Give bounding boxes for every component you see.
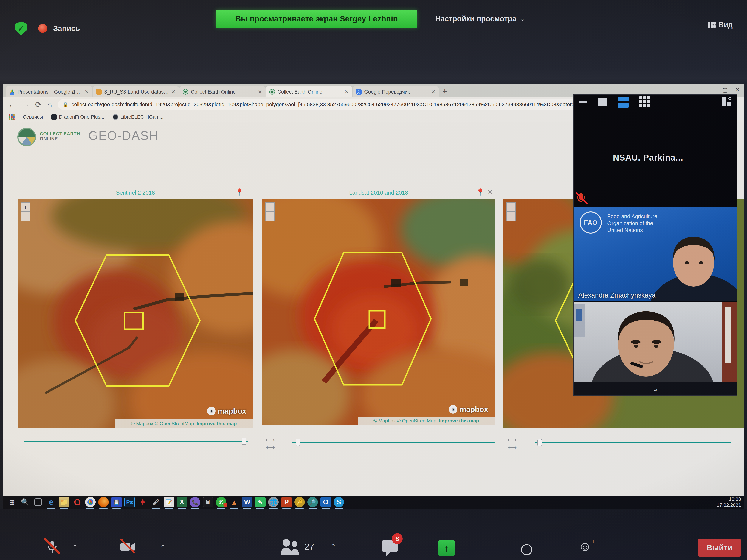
- calculator-icon[interactable]: 🖩: [203, 497, 213, 507]
- bookmark-dragonfi[interactable]: DragonFi One Plus...: [51, 114, 104, 120]
- tab-collect-earth-1[interactable]: Collect Earth Online ✕: [179, 86, 265, 98]
- collapse-panel-button[interactable]: ⌄: [574, 382, 737, 395]
- firefox-icon[interactable]: [98, 497, 109, 507]
- evernote-icon[interactable]: ✎: [255, 497, 265, 507]
- close-tab-icon[interactable]: ✕: [344, 89, 349, 95]
- chrome-icon[interactable]: [85, 497, 96, 507]
- edge-icon[interactable]: e: [46, 497, 56, 507]
- red-app-icon[interactable]: ✦: [137, 497, 148, 507]
- vlc-icon[interactable]: ▲: [229, 497, 239, 507]
- video-button[interactable]: [120, 540, 136, 554]
- security-shield-icon[interactable]: ✓: [15, 22, 27, 35]
- gallery-grid-icon[interactable]: [639, 96, 650, 107]
- resize-handle-icon[interactable]: ⟷⟷: [508, 436, 516, 451]
- search-icon[interactable]: 🔍: [20, 497, 30, 507]
- opera-icon[interactable]: O: [72, 497, 82, 507]
- close-tab-icon[interactable]: ✕: [85, 89, 89, 95]
- panel-close-icon[interactable]: ✕: [487, 188, 493, 196]
- map-zoom-in-button[interactable]: +: [21, 202, 30, 212]
- home-icon[interactable]: ⌂: [47, 100, 52, 109]
- close-tab-icon[interactable]: ✕: [258, 89, 262, 95]
- back-icon[interactable]: ←: [8, 100, 16, 109]
- leave-meeting-button[interactable]: Выйти: [697, 538, 741, 557]
- tab-label: Collect Earth Online: [191, 89, 256, 95]
- participant-video-2[interactable]: [574, 302, 737, 382]
- refresh-icon[interactable]: ⟳: [35, 100, 42, 109]
- save2pc-icon[interactable]: 💾: [111, 497, 122, 507]
- start-button[interactable]: ⊞: [7, 497, 17, 507]
- participant-video-fao[interactable]: FAO Food and Agriculture Organization of…: [574, 207, 737, 301]
- whatsapp-icon[interactable]: ✆: [216, 497, 226, 507]
- map-pin-icon[interactable]: 📍: [476, 188, 485, 196]
- map-sentinel-2018[interactable]: + − ◑ mapbox © Mapbox © OpenStreetMap Im…: [18, 199, 253, 428]
- new-tab-button[interactable]: +: [443, 87, 447, 96]
- globe-app-icon[interactable]: 🌐: [268, 497, 279, 507]
- tab-collect-earth-2-active[interactable]: Collect Earth Online ✕: [266, 86, 352, 98]
- opacity-slider-1[interactable]: [24, 441, 248, 442]
- slider-handle[interactable]: [295, 439, 300, 446]
- view-button[interactable]: Вид: [708, 21, 732, 29]
- powerpoint-icon[interactable]: P: [281, 497, 292, 507]
- map-zoom-out-button[interactable]: −: [265, 212, 275, 221]
- stacked-view-icon[interactable]: [618, 97, 628, 108]
- improve-map-link[interactable]: Improve this map: [439, 418, 479, 424]
- url-text: collect.earth/geo-dash?institutionId=192…: [72, 102, 599, 108]
- search-tool-icon[interactable]: 🔎: [307, 497, 318, 507]
- improve-map-link[interactable]: Improve this map: [197, 421, 237, 427]
- word-icon[interactable]: W: [242, 497, 253, 507]
- minimize-window-icon[interactable]: ─: [711, 87, 715, 93]
- tab-google-drive[interactable]: Presentations – Google Диск ✕: [6, 86, 92, 98]
- excel-icon[interactable]: X: [177, 497, 187, 507]
- record-ring-icon[interactable]: [521, 544, 532, 555]
- opacity-slider-2[interactable]: [292, 442, 494, 443]
- notes-app-icon[interactable]: 📝: [163, 497, 174, 507]
- mapbox-logo[interactable]: ◑ mapbox: [207, 407, 246, 415]
- close-tab-icon[interactable]: ✕: [431, 89, 436, 95]
- reactions-button[interactable]: ☺+: [578, 538, 595, 554]
- maximize-window-icon[interactable]: ▢: [723, 87, 728, 93]
- mute-button[interactable]: [45, 539, 60, 554]
- map-zoom-in-button[interactable]: +: [506, 202, 516, 212]
- map-zoom-out-button[interactable]: −: [506, 212, 516, 221]
- keys-app-icon[interactable]: 🔑: [294, 497, 305, 507]
- layout-lc-icon[interactable]: [722, 97, 731, 106]
- apps-grid-icon[interactable]: [9, 114, 15, 120]
- photoshop-icon[interactable]: Ps: [124, 497, 135, 507]
- skype-icon[interactable]: S: [334, 497, 344, 507]
- forward-icon[interactable]: →: [22, 100, 29, 109]
- tab-google-translate[interactable]: 文 Google Переводчик ✕: [353, 86, 439, 98]
- google-drive-icon: [9, 89, 15, 95]
- file-explorer-icon[interactable]: 📁: [59, 497, 70, 507]
- mic-options-chevron[interactable]: ⌃: [72, 543, 78, 552]
- close-window-icon[interactable]: ✕: [735, 87, 740, 93]
- map-landsat-2010-2018[interactable]: + − ◑ mapbox © Mapbox © OpenStreetMap Im…: [262, 199, 495, 425]
- speaker-view-icon[interactable]: [598, 98, 607, 106]
- tab-land-use-doc[interactable]: 3_RU_S3-Land-Use-datasets-and... ✕: [93, 86, 179, 98]
- task-view-icon[interactable]: [34, 499, 42, 506]
- bookmark-services[interactable]: Сервисы: [23, 114, 43, 120]
- bookmark-libreelec[interactable]: LibreELEC-HGam...: [112, 114, 163, 120]
- slider-handle[interactable]: [242, 438, 246, 445]
- collect-earth-icon: [269, 89, 275, 95]
- paint-app-icon[interactable]: 🖌: [151, 497, 161, 507]
- participants-chevron[interactable]: ⌃: [330, 542, 337, 551]
- share-screen-button[interactable]: ↑: [438, 540, 455, 556]
- map-zoom-in-button[interactable]: +: [265, 202, 275, 212]
- chat-button[interactable]: 8: [381, 538, 402, 558]
- video-options-chevron[interactable]: ⌃: [160, 543, 166, 552]
- viber-icon[interactable]: 📞: [190, 497, 200, 507]
- minimize-panel-icon[interactable]: [579, 101, 587, 103]
- map-pin-icon[interactable]: 📍: [235, 188, 244, 196]
- close-tab-icon[interactable]: ✕: [171, 89, 176, 95]
- participants-button[interactable]: 27 ⌃: [279, 538, 337, 555]
- resize-handle-icon[interactable]: ⟷⟷: [266, 436, 274, 451]
- monitor-photo: ✓ Запись Вы просматриваете экран Sergey …: [0, 0, 747, 560]
- mapbox-logo[interactable]: ◑ mapbox: [449, 405, 488, 414]
- taskbar-clock[interactable]: 10:08 17.02.2021: [717, 496, 741, 508]
- outlook-icon[interactable]: O: [320, 497, 331, 507]
- window-controls[interactable]: ─ ▢ ✕: [711, 87, 740, 93]
- opacity-slider-3[interactable]: [535, 442, 731, 443]
- map-zoom-out-button[interactable]: −: [21, 212, 30, 221]
- view-settings-dropdown[interactable]: Настройки просмотра ⌄: [435, 15, 525, 23]
- slider-handle[interactable]: [538, 439, 542, 446]
